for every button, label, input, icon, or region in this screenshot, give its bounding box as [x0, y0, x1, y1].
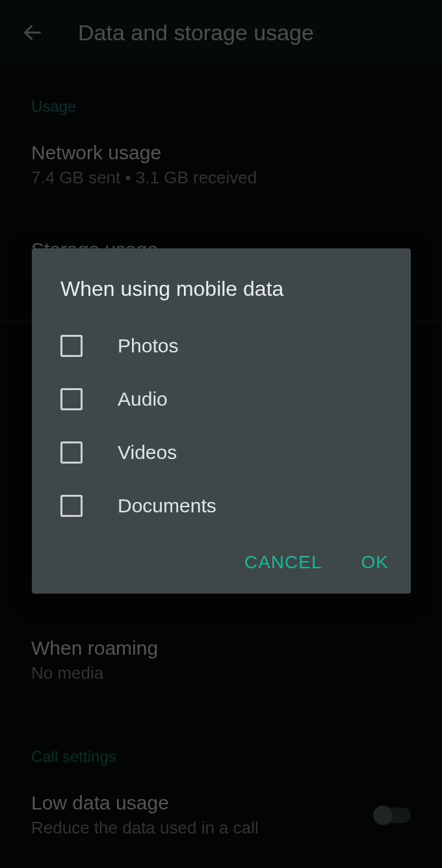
option-label: Documents [118, 495, 216, 517]
option-label: Audio [118, 388, 168, 410]
option-photos[interactable]: Photos [32, 319, 411, 373]
cancel-button[interactable]: CANCEL [244, 552, 322, 573]
option-audio[interactable]: Audio [32, 373, 411, 426]
checkbox-icon[interactable] [60, 388, 83, 410]
option-label: Photos [118, 335, 178, 357]
dialog-mobile-data: When using mobile data Photos Audio Vide… [32, 248, 411, 594]
checkbox-icon[interactable] [60, 441, 83, 464]
ok-button[interactable]: OK [361, 552, 389, 573]
dialog-actions: CANCEL OK [32, 533, 411, 582]
dialog-title: When using mobile data [32, 248, 411, 319]
option-documents[interactable]: Documents [32, 479, 411, 533]
option-videos[interactable]: Videos [32, 426, 411, 479]
checkbox-icon[interactable] [60, 335, 83, 357]
checkbox-icon[interactable] [60, 495, 83, 517]
option-label: Videos [118, 441, 177, 464]
